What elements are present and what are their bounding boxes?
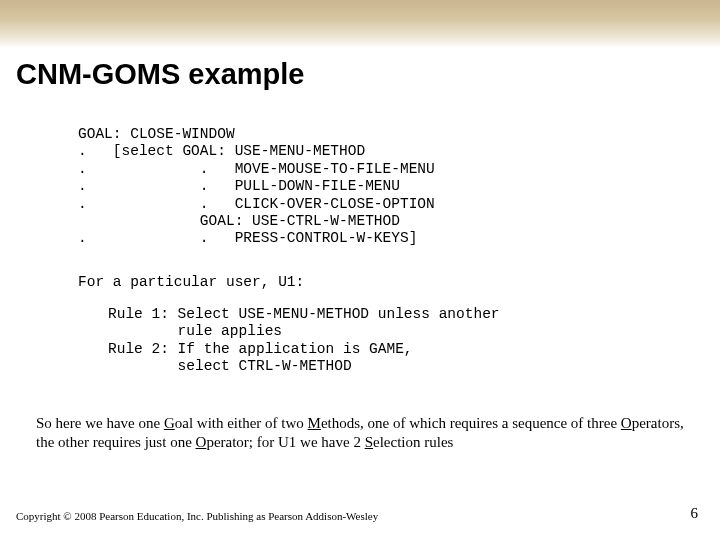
rules-block: Rule 1: Select USE-MENU-METHOD unless an… [108, 306, 500, 376]
body-text-1: oal with either of two [175, 415, 308, 431]
body-paragraph: So here we have one Goal with either of … [36, 414, 684, 452]
slide-title: CNM-GOMS example [16, 58, 304, 91]
body-text-0: So here we have one [36, 415, 164, 431]
body-text-2: ethods, one of which requires a sequence… [321, 415, 621, 431]
page-number: 6 [691, 505, 699, 522]
body-text-5: election rules [373, 434, 453, 450]
goms-s: S [365, 434, 373, 450]
header-gradient [0, 0, 720, 48]
rules-intro: For a particular user, U1: [78, 274, 304, 290]
goms-o1: O [621, 415, 632, 431]
goms-o2: O [196, 434, 207, 450]
body-text-4: perator; for U1 we have 2 [206, 434, 364, 450]
copyright-footer: Copyright © 2008 Pearson Education, Inc.… [16, 510, 378, 522]
goms-g: G [164, 415, 175, 431]
goms-m: M [308, 415, 321, 431]
goms-code-block: GOAL: CLOSE-WINDOW . [select GOAL: USE-M… [78, 126, 435, 248]
slide: CNM-GOMS example GOAL: CLOSE-WINDOW . [s… [0, 0, 720, 540]
